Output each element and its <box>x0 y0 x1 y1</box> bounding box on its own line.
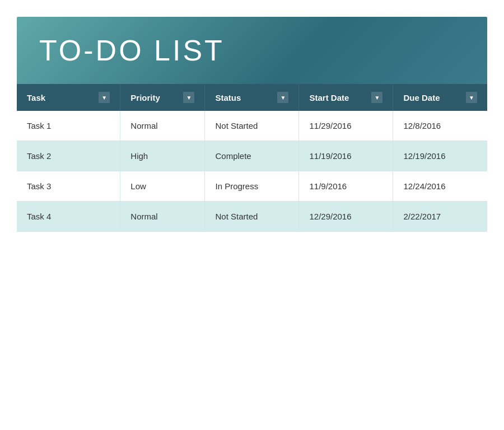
priority-cell: Low <box>120 171 205 202</box>
table-row: Task 1NormalNot Started11/29/201612/8/20… <box>17 111 487 141</box>
priority-filter-icon[interactable]: ▼ <box>183 92 194 103</box>
col-header-status: Status ▼ <box>205 84 299 111</box>
status-filter-icon[interactable]: ▼ <box>277 92 288 103</box>
priority-cell: High <box>120 141 205 171</box>
task-cell: Task 4 <box>17 202 120 232</box>
table-header-row: Task ▼ Priority ▼ Status ▼ <box>17 84 487 111</box>
page-wrapper: TO-DO LIST Task ▼ Priority ▼ <box>0 0 504 430</box>
status-cell: Complete <box>205 141 299 171</box>
due-date-cell: 12/8/2016 <box>393 111 487 141</box>
table-row: Task 2HighComplete11/19/201612/19/2016 <box>17 141 487 171</box>
priority-cell: Normal <box>120 111 205 141</box>
due-date-cell: 12/19/2016 <box>393 141 487 171</box>
col-header-due-date: Due Date ▼ <box>393 84 487 111</box>
header-banner: TO-DO LIST <box>17 17 487 84</box>
status-cell: Not Started <box>205 111 299 141</box>
col-header-priority: Priority ▼ <box>120 84 205 111</box>
start-date-cell: 11/29/2016 <box>299 111 393 141</box>
status-cell: Not Started <box>205 202 299 232</box>
start-date-filter-icon[interactable]: ▼ <box>371 92 382 103</box>
table-body: Task 1NormalNot Started11/29/201612/8/20… <box>17 111 487 232</box>
task-cell: Task 3 <box>17 171 120 202</box>
task-filter-icon[interactable]: ▼ <box>99 92 110 103</box>
due-date-filter-icon[interactable]: ▼ <box>466 92 477 103</box>
col-header-task: Task ▼ <box>17 84 120 111</box>
col-header-start-date: Start Date ▼ <box>299 84 393 111</box>
table-row: Task 4NormalNot Started12/29/20162/22/20… <box>17 202 487 232</box>
due-date-cell: 2/22/2017 <box>393 202 487 232</box>
start-date-cell: 12/29/2016 <box>299 202 393 232</box>
priority-cell: Normal <box>120 202 205 232</box>
start-date-cell: 11/19/2016 <box>299 141 393 171</box>
page-title: TO-DO LIST <box>39 34 465 67</box>
start-date-cell: 11/9/2016 <box>299 171 393 202</box>
task-cell: Task 1 <box>17 111 120 141</box>
table-row: Task 3LowIn Progress11/9/201612/24/2016 <box>17 171 487 202</box>
due-date-cell: 12/24/2016 <box>393 171 487 202</box>
task-cell: Task 2 <box>17 141 120 171</box>
todo-table: Task ▼ Priority ▼ Status ▼ <box>17 84 487 232</box>
status-cell: In Progress <box>205 171 299 202</box>
